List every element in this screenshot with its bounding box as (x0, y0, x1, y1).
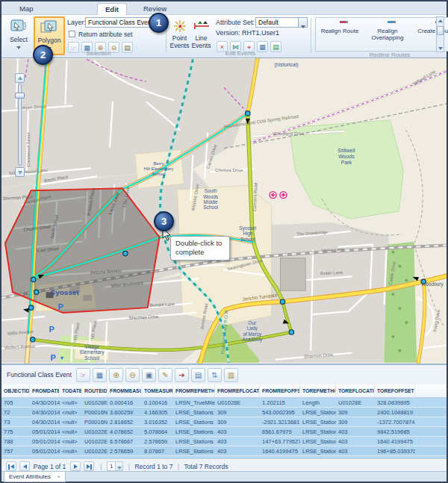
callout-badge-3: 3 (154, 211, 174, 231)
table-row[interactable]: 7304/30/2014<null>P00016N2.8186523.01635… (1, 417, 447, 426)
select-button[interactable]: } Select (7, 16, 31, 55)
event-attribute-panel: Functional Class Event ☞▦⊕⊖▣✎➔▤⇅▥ OBJECT… (1, 364, 447, 471)
point-events-icon (172, 19, 187, 34)
page-number-dropdown-button[interactable] (116, 461, 123, 471)
tab-map[interactable]: Map (12, 3, 40, 15)
realign-overlapping-button[interactable]: Realign Overlapping (364, 18, 411, 49)
redline-symbol-icon (379, 21, 396, 23)
table-cell: Length (300, 398, 336, 407)
attribute-set-dropdown[interactable]: Default (255, 17, 299, 28)
column-header-routeid[interactable]: ROUTEID (82, 384, 108, 397)
table-cell: <null> (60, 437, 82, 446)
column-header-torefmethod[interactable]: TOREFMETHOD (300, 384, 336, 397)
scroll-down-icon[interactable] (437, 45, 444, 52)
column-header-toreflocation[interactable]: TOREFLOCATION (336, 384, 375, 397)
redline-routes-group-label: Redline Routes (337, 52, 442, 58)
table-cell: 403 (215, 446, 260, 455)
table-cell: <null> (60, 408, 82, 417)
page-number-input[interactable]: 1 (107, 461, 116, 471)
table-cell: P00016N (82, 408, 108, 417)
route-node-icon[interactable] (34, 290, 39, 294)
column-header-torefoffset[interactable]: TOREFOFFSET (375, 384, 415, 397)
attribute-window-icon[interactable]: ▤ (191, 368, 205, 382)
zoom-out-button[interactable] (15, 167, 25, 177)
first-page-button[interactable] (6, 461, 16, 471)
record-range-label: Record 1 to 7 (134, 463, 172, 470)
column-header-fromrefoffset[interactable]: FROMREFOFFSET (260, 384, 300, 397)
zoom-to-feature-icon[interactable]: ⊕ (109, 368, 123, 382)
route-node-icon[interactable] (123, 251, 128, 255)
table-row[interactable]: 77505/01/2014<null>U01022E4.0786525.0786… (1, 427, 447, 436)
version-label: Version: RHT1.User1 (216, 29, 279, 37)
options-icon[interactable]: ▥ (224, 368, 238, 382)
table-cell: 775 (1, 427, 30, 436)
return-attribute-set-label: Return attribute set (78, 31, 132, 38)
export-icon[interactable]: ➔ (175, 368, 189, 382)
prev-page-button[interactable] (19, 461, 30, 471)
table-row[interactable]: 70504/30/2014<null>U01028E0.0004160.1004… (1, 398, 447, 407)
column-header-fromdate[interactable]: FROMDATE (30, 384, 60, 397)
table-cell: 403 (215, 427, 260, 436)
attribute-set-dropdown-button[interactable] (298, 17, 308, 28)
scroll-up-icon[interactable] (437, 19, 444, 26)
map-canvas[interactable]: (historical)Housatonic and Cold Spring R… (1, 58, 447, 364)
ribbon-scrollbar[interactable] (436, 16, 444, 52)
table-cell: 6.578667 (108, 437, 142, 446)
close-icon[interactable]: × (57, 473, 60, 480)
table-cell: 403 (336, 437, 375, 446)
map-zoom-slider[interactable] (15, 73, 31, 178)
return-attribute-set-checkbox[interactable] (69, 31, 75, 37)
ribbon: } Select Polygon Layer: Functional Class… (1, 15, 447, 58)
table-row[interactable]: 75705/01/2014<null>U01022E2.5786598.0786… (1, 446, 447, 455)
bottom-tab-bar: Event Attributes × (1, 471, 447, 482)
table-cell: 2.578659 (142, 437, 173, 446)
table-cell: 403 (336, 446, 375, 455)
save-icon[interactable]: ▣ (142, 368, 156, 382)
sort-icon[interactable]: ⇅ (208, 368, 222, 382)
layer-dropdown[interactable]: Functional Class Event (85, 17, 158, 28)
route-node-icon[interactable] (31, 337, 35, 342)
attribute-set-label: Attribute Set: (216, 19, 255, 26)
table-cell: 0.000416 (108, 398, 142, 407)
table-cell: LRSE_Stations (173, 417, 215, 426)
pan-to-feature-icon[interactable]: ⊖ (125, 368, 140, 382)
route-node-icon[interactable] (31, 277, 36, 281)
table-cell: 0.100416 (142, 398, 173, 407)
table-row[interactable]: 78805/01/2014<null>U01022E6.5786672.5786… (1, 437, 447, 446)
route-node-icon[interactable] (280, 299, 284, 304)
column-header-objectid[interactable]: OBJECTID (1, 384, 30, 397)
table-cell: 1640.4199475 (375, 437, 415, 446)
realign-route-button[interactable]: Realign Route (316, 18, 364, 49)
tab-event-attributes-label: Event Attributes (9, 473, 51, 480)
zoom-slider-handle[interactable] (15, 93, 25, 99)
table-cell: -1372.7007874 (375, 417, 415, 426)
column-header-frommeasure[interactable]: FROMMEASURE (108, 384, 142, 397)
show-table-icon[interactable]: ▦ (93, 368, 107, 382)
table-cell: 543.0002395 (260, 408, 300, 417)
column-header-tomeasure[interactable]: TOMEASURE (142, 384, 173, 397)
next-page-button[interactable] (70, 461, 81, 471)
table-row[interactable]: 7204/30/2014<null>P00016N3.6002594.16630… (1, 408, 447, 417)
table-cell: LRSE_Stations (300, 437, 336, 446)
table-cell: 04/30/2014 (30, 408, 60, 417)
last-page-button[interactable] (84, 461, 94, 471)
table-cell: U01028E (215, 398, 260, 407)
scrollbar-thumb[interactable] (437, 26, 444, 35)
route-node-icon[interactable] (289, 330, 293, 334)
column-header-todate[interactable]: TODATE (60, 384, 82, 397)
edit-events-group-label: Edit Events (199, 50, 281, 57)
tab-edit[interactable]: Edit (97, 3, 127, 15)
zoom-in-button[interactable] (15, 73, 25, 83)
route-node-icon[interactable] (29, 305, 34, 310)
tree-icon (391, 335, 394, 338)
point-events-button[interactable]: Point Events (169, 16, 190, 55)
edit-attributes-icon[interactable]: ✎ (158, 368, 172, 382)
tab-event-attributes[interactable]: Event Attributes × (4, 472, 66, 482)
route-node-icon[interactable] (246, 111, 250, 116)
select-button-label: Select (10, 36, 28, 43)
highlight-selection-icon[interactable]: ☞ (76, 368, 90, 382)
column-header-fromreflocation[interactable]: FROMREFLOCATION (215, 384, 260, 397)
select-tool-icon: } (10, 19, 28, 35)
column-header-fromrefmethod[interactable]: FROMREFMETHOD (173, 384, 215, 397)
table-cell: 4.166305 (142, 408, 173, 417)
